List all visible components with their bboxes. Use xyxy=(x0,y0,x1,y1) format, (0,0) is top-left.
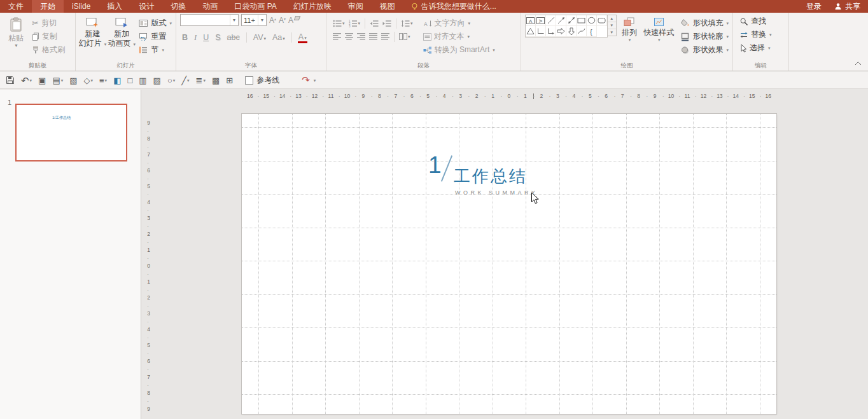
save-button[interactable] xyxy=(3,73,18,87)
gallery-scroll-up-button[interactable]: ▲ xyxy=(608,15,616,22)
table-grid-button[interactable]: ⊞ xyxy=(223,73,236,87)
new-slide-button[interactable]: 新建 幻灯片 ▾ xyxy=(78,15,107,57)
fill-color-button[interactable]: ◧ xyxy=(110,73,124,87)
line-spacing-button[interactable]: ▾ xyxy=(400,19,414,28)
crop-button[interactable]: ▧ xyxy=(66,73,80,87)
change-case-button[interactable]: Aa▾ xyxy=(270,32,287,43)
ribbon-tab-3[interactable]: 插入 xyxy=(99,0,130,13)
slide-subtitle-text[interactable]: WORK SUMMARY xyxy=(455,189,538,196)
line-icon[interactable] xyxy=(546,15,556,26)
vertical-text-box-icon[interactable]: A xyxy=(536,15,546,26)
slide-thumbnail[interactable]: 1/工作总结 xyxy=(15,104,127,161)
increase-font-button[interactable]: A▴ xyxy=(269,16,276,25)
convert-smartart-button[interactable]: 转换为 SmartArt▾ xyxy=(421,43,498,57)
paste-button[interactable]: 粘贴 ▼ xyxy=(3,15,29,57)
new-anim-page-button[interactable]: 新加 动画页 ▾ xyxy=(107,15,137,57)
align-center-button[interactable] xyxy=(344,32,354,41)
curve-icon[interactable] xyxy=(577,26,587,37)
bullets-button[interactable]: ▾ xyxy=(332,19,346,28)
align-objects-button[interactable]: ≡▾ xyxy=(96,73,110,87)
replace-button[interactable]: 替换▾ xyxy=(737,28,788,41)
oval-icon[interactable] xyxy=(587,15,597,26)
section-button[interactable]: 节▾ xyxy=(136,43,174,57)
text-direction-button[interactable]: A文字方向▾ xyxy=(421,17,498,30)
ribbon-tab-5[interactable]: 切换 xyxy=(162,0,194,13)
reset-button[interactable]: 重置 xyxy=(136,30,174,43)
font-color-button[interactable]: A▾ xyxy=(297,32,309,43)
elbow-connector-icon[interactable] xyxy=(536,26,546,37)
font-dialog-launcher[interactable] xyxy=(318,63,325,69)
qat-more-caret-icon[interactable]: ▾ xyxy=(314,78,316,83)
text-frame-button[interactable]: ▥ xyxy=(136,73,150,87)
increase-indent-button[interactable] xyxy=(381,19,393,28)
select-button[interactable]: 选择▾ xyxy=(737,41,788,55)
line-style-button[interactable]: ≣▾ xyxy=(193,73,209,87)
shapes-button[interactable]: ◇▾ xyxy=(81,73,97,87)
align-text-button[interactable]: 对齐文本▾ xyxy=(421,30,498,43)
decrease-indent-button[interactable] xyxy=(368,19,380,28)
slide-canvas[interactable]: 1 工作总结 WORK SUMMARY xyxy=(242,114,776,414)
selection-box-button[interactable]: □ xyxy=(124,73,136,87)
ribbon-tab-1[interactable]: 开始 xyxy=(32,0,64,13)
guides-checkbox[interactable]: 参考线 xyxy=(245,75,279,86)
quick-styles-button[interactable]: 快速样式 ▾ xyxy=(642,15,675,57)
slide-title-text[interactable]: 工作总结 xyxy=(454,167,528,186)
font-name-select[interactable]: ▼ xyxy=(180,14,239,26)
tell-me-box[interactable]: 告诉我您想要做什么... xyxy=(403,0,504,13)
shape-effects-button[interactable]: 形状效果▾ xyxy=(678,43,731,57)
cut-button[interactable]: ✂剪切 xyxy=(29,17,67,30)
ribbon-tab-9[interactable]: 审阅 xyxy=(340,0,372,13)
left-brace-icon[interactable]: { xyxy=(587,26,597,37)
format-brush-button[interactable]: ▨ xyxy=(150,73,164,87)
rectangle-icon[interactable] xyxy=(577,15,587,26)
triangle-icon[interactable] xyxy=(526,26,536,37)
double-arrow-icon[interactable] xyxy=(566,15,577,26)
rounded-rectangle-icon[interactable] xyxy=(597,15,607,26)
paragraph-dialog-launcher[interactable] xyxy=(513,63,519,69)
format-painter-button[interactable]: 格式刷 xyxy=(29,43,67,57)
ribbon-tab-10[interactable]: 视图 xyxy=(372,0,403,13)
character-spacing-button[interactable]: AV▾ xyxy=(251,32,268,43)
distribute-button[interactable] xyxy=(380,32,391,41)
sign-in-button[interactable]: 登录 xyxy=(806,1,822,12)
shape-outline-button[interactable]: 形状轮廓▾ xyxy=(678,30,731,43)
ribbon-tab-7[interactable]: 口袋动画 PA xyxy=(226,0,284,13)
circle-tool-button[interactable]: ○▾ xyxy=(164,73,178,87)
find-button[interactable]: 查找 xyxy=(737,15,788,28)
picture-frame-button[interactable]: ▣ xyxy=(35,73,49,87)
clipboard-dialog-launcher[interactable] xyxy=(67,63,74,69)
bold-button[interactable]: B xyxy=(180,32,190,43)
font-size-select[interactable]: 11+▼ xyxy=(241,14,267,26)
arrange-button[interactable]: 排列 ▾ xyxy=(617,15,643,57)
drawing-dialog-launcher[interactable] xyxy=(725,63,731,69)
repeat-button[interactable]: ↷ xyxy=(298,73,313,87)
text-shadow-button[interactable]: S xyxy=(213,32,222,43)
undo-button[interactable]: ↶▾ xyxy=(18,73,35,87)
layout-button[interactable]: 版式▾ xyxy=(136,17,174,30)
ribbon-tab-4[interactable]: 设计 xyxy=(130,0,162,13)
slide-title-number[interactable]: 1 xyxy=(428,153,442,177)
elbow-arrow-icon[interactable] xyxy=(546,26,556,37)
numbering-button[interactable]: 123▾ xyxy=(347,19,362,28)
share-button[interactable]: 共享 xyxy=(834,1,860,12)
columns-button[interactable]: ▾ xyxy=(398,32,412,41)
align-left-button[interactable] xyxy=(332,32,342,41)
shape-fill-button[interactable]: 形状填充▾ xyxy=(678,17,731,30)
hatch-fill-button[interactable]: ▩ xyxy=(209,73,223,87)
clear-formatting-button[interactable]: A xyxy=(288,16,300,25)
window-button[interactable]: ▤▾ xyxy=(49,73,66,87)
justify-button[interactable] xyxy=(368,32,379,41)
pen-tool-button[interactable]: ╱▾ xyxy=(178,73,192,87)
text-box-icon[interactable]: A xyxy=(526,15,536,26)
italic-button[interactable]: I xyxy=(192,32,199,43)
ribbon-tab-8[interactable]: 幻灯片放映 xyxy=(285,0,340,13)
right-arrow-icon[interactable] xyxy=(556,26,566,37)
align-right-button[interactable] xyxy=(356,32,367,41)
underline-button[interactable]: U xyxy=(201,32,211,43)
down-arrow-icon[interactable] xyxy=(566,26,577,37)
gallery-more-button[interactable]: ▼ xyxy=(608,29,616,36)
ribbon-tab-0[interactable]: 文件 xyxy=(0,0,32,13)
ribbon-tab-2[interactable]: iSlide xyxy=(64,0,99,13)
gallery-scroll-down-button[interactable]: ▼ xyxy=(608,22,616,29)
ribbon-tab-6[interactable]: 动画 xyxy=(194,0,226,13)
